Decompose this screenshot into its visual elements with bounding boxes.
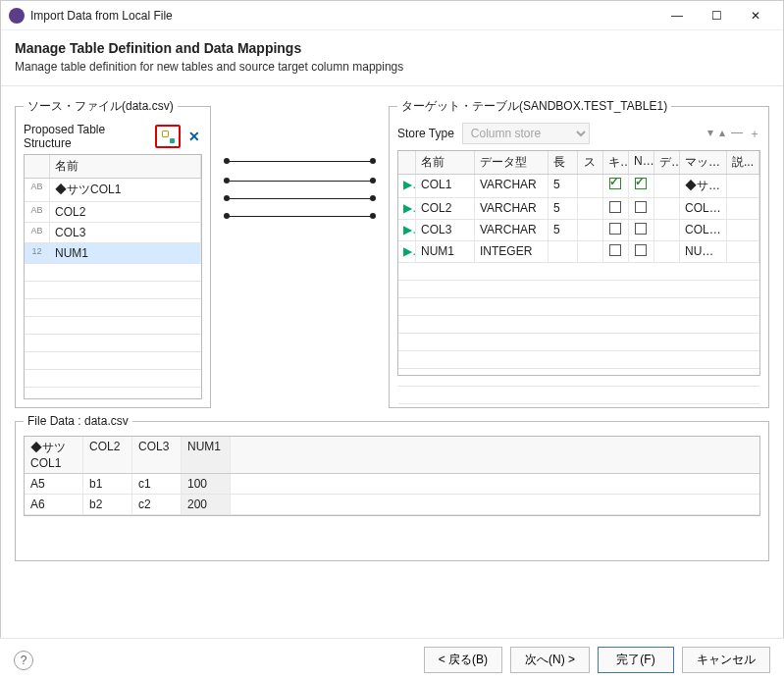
fd-row[interactable]: A6 b2 c2 200 [25, 495, 759, 515]
notnull-checkbox[interactable] [635, 223, 647, 235]
window-titlebar: Import Data from Local File — ☐ ✕ [1, 1, 783, 30]
play-icon: ▶ [398, 220, 416, 240]
fd-header[interactable]: ◆サツCOL1 [25, 437, 83, 473]
help-icon[interactable]: ? [14, 651, 33, 670]
finish-button[interactable]: 完了(F) [598, 647, 674, 673]
proposed-structure-label: Proposed Table Structure [24, 123, 149, 150]
type-badge: AB [25, 179, 50, 201]
play-icon: ▶ [398, 175, 416, 197]
th-len[interactable]: 長 [549, 151, 578, 174]
target-table-legend: ターゲット・テーブル(SANDBOX.TEST_TABLE1) [397, 98, 671, 115]
wizard-footer: ? < 戻る(B) 次へ(N) > 完了(F) キャンセル [0, 638, 784, 681]
key-checkbox[interactable] [609, 178, 621, 189]
source-row[interactable]: AB COL2 [25, 202, 201, 223]
source-row[interactable]: 12 NUM1 [25, 243, 201, 264]
app-icon [9, 8, 25, 24]
window-title: Import Data from Local File [30, 9, 657, 23]
page-heading: Manage Table Definition and Data Mapping… [15, 40, 769, 56]
key-checkbox[interactable] [609, 223, 621, 235]
file-data-panel: File Data : data.csv ◆サツCOL1 COL2 COL3 N… [15, 414, 769, 561]
play-icon: ▶ [398, 241, 416, 262]
th-desc[interactable]: 説... [727, 151, 759, 174]
window-maximize-button[interactable]: ☐ [697, 2, 736, 29]
notnull-checkbox[interactable] [635, 201, 647, 213]
fd-header[interactable]: COL3 [132, 437, 182, 473]
type-badge: 12 [25, 243, 50, 263]
source-file-legend: ソース・ファイル(data.csv) [24, 98, 178, 115]
target-row[interactable]: ▶ COL3 VARCHAR 5 COL3-... [398, 220, 759, 241]
notnull-checkbox[interactable] [635, 244, 647, 256]
type-badge: AB [25, 202, 50, 222]
file-data-table[interactable]: ◆サツCOL1 COL2 COL3 NUM1 A5 b1 c1 100 A6 b… [24, 436, 760, 516]
notnull-checkbox[interactable] [635, 178, 647, 189]
source-name-header: 名前 [50, 155, 201, 178]
th-def[interactable]: デ... [654, 151, 680, 174]
auto-map-icon[interactable] [160, 129, 176, 144]
th-name[interactable]: 名前 [416, 151, 475, 174]
move-up-icon[interactable]: ▴ [719, 126, 725, 142]
source-col-name: NUM1 [50, 243, 201, 263]
remove-mapping-icon[interactable]: ✕ [186, 129, 202, 144]
add-column-icon[interactable]: ＋ [749, 126, 760, 142]
column-mapping-lines [227, 98, 373, 408]
back-button[interactable]: < 戻る(B) [424, 647, 502, 673]
page-subheading: Manage table definition for new tables a… [15, 60, 769, 74]
target-row[interactable]: ▶ NUM1 INTEGER NUM... [398, 241, 759, 263]
file-data-legend: File Data : data.csv [24, 414, 132, 428]
play-icon: ▶ [398, 198, 416, 219]
th-dtype[interactable]: データ型 [475, 151, 549, 174]
move-down-icon[interactable]: ▾ [707, 126, 713, 142]
store-type-select[interactable]: Column store [462, 123, 590, 144]
fd-header[interactable]: COL2 [83, 437, 132, 473]
source-file-panel: ソース・ファイル(data.csv) Proposed Table Struct… [15, 98, 211, 408]
remove-column-icon[interactable]: — [731, 126, 743, 142]
th-map[interactable]: マッピ... [680, 151, 727, 174]
window-close-button[interactable]: ✕ [736, 2, 775, 29]
target-table-panel: ターゲット・テーブル(SANDBOX.TEST_TABLE1) Store Ty… [389, 98, 769, 408]
source-row[interactable]: AB COL3 [25, 223, 201, 243]
source-columns-table[interactable]: 名前 AB ◆サツCOL1 AB COL2 AB COL3 12 NUM1 [24, 154, 202, 399]
fd-row[interactable]: A5 b1 c1 100 [25, 474, 759, 495]
th-null[interactable]: N... [629, 151, 654, 174]
next-button[interactable]: 次へ(N) > [510, 647, 590, 673]
mapping-structure-highlight [155, 125, 181, 148]
th-key[interactable]: キー [603, 151, 629, 174]
cancel-button[interactable]: キャンセル [682, 647, 770, 673]
source-col-name: COL3 [50, 223, 201, 242]
page-header: Manage Table Definition and Data Mapping… [1, 30, 783, 86]
target-row[interactable]: ▶ COL1 VARCHAR 5 ◆サツC... [398, 175, 759, 198]
store-type-label: Store Type [397, 127, 454, 140]
source-col-name: COL2 [50, 202, 201, 222]
type-badge: AB [25, 223, 50, 242]
fd-header[interactable]: NUM1 [182, 437, 231, 473]
th-scale[interactable]: ス [578, 151, 603, 174]
key-checkbox[interactable] [609, 244, 621, 256]
source-row[interactable]: AB ◆サツCOL1 [25, 179, 201, 202]
window-minimize-button[interactable]: — [657, 2, 697, 29]
source-col-name: ◆サツCOL1 [50, 179, 201, 201]
key-checkbox[interactable] [609, 201, 621, 213]
target-columns-table[interactable]: 名前 データ型 長 ス キー N... デ... マッピ... 説... ▶ C… [397, 150, 760, 376]
target-row[interactable]: ▶ COL2 VARCHAR 5 COL2-... [398, 198, 759, 220]
